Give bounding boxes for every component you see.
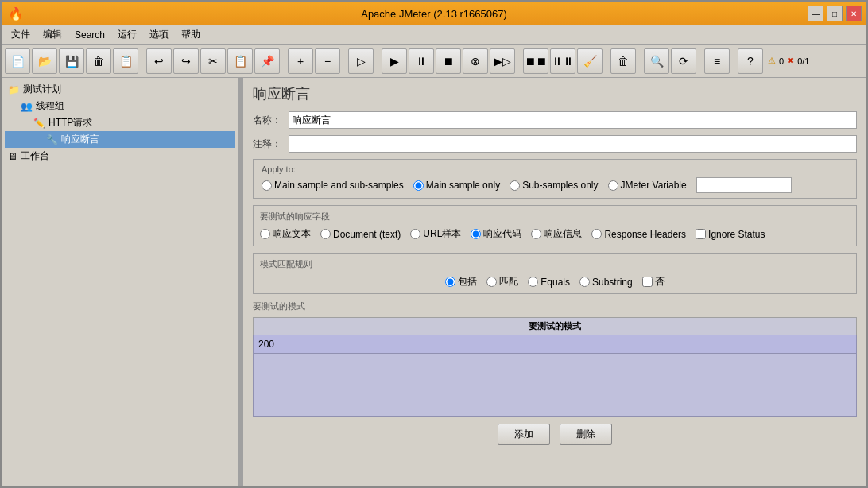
tree-icon: 🔧 bbox=[46, 134, 58, 145]
menu-item-帮助[interactable]: 帮助 bbox=[175, 26, 207, 43]
delete-button[interactable]: 🗑 bbox=[86, 48, 111, 74]
name-input[interactable] bbox=[289, 111, 857, 129]
start-no-pause-button[interactable]: ▷ bbox=[348, 48, 374, 74]
new-button[interactable]: 📄 bbox=[5, 48, 30, 74]
warn-icon: ⚠ bbox=[768, 56, 776, 66]
pattern-rules-label: 模式匹配规则 bbox=[260, 258, 850, 270]
apply-main-sub[interactable]: Main sample and sub-samples bbox=[262, 180, 404, 191]
tree-label: 测试计划 bbox=[23, 83, 61, 96]
menu-item-编辑[interactable]: 编辑 bbox=[37, 26, 68, 43]
clear-button[interactable]: 🧹 bbox=[577, 48, 603, 74]
tree-label: HTTP请求 bbox=[48, 116, 92, 130]
apply-main-only[interactable]: Main sample only bbox=[413, 180, 500, 191]
error-count: 0/1 bbox=[797, 56, 809, 66]
patterns-label: 要测试的模式 bbox=[253, 300, 857, 312]
menu-item-运行[interactable]: 运行 bbox=[111, 26, 143, 43]
delete-button[interactable]: 删除 bbox=[560, 424, 612, 445]
apply-to-group: Main sample and sub-samples Main sample … bbox=[262, 177, 848, 193]
tree-item-2[interactable]: ✏️HTTP请求 bbox=[5, 114, 235, 131]
paste-button[interactable]: 📌 bbox=[254, 48, 280, 74]
field-resp-text[interactable]: 响应文本 bbox=[260, 227, 311, 241]
add-button[interactable]: + bbox=[288, 48, 313, 74]
tree-label: 线程组 bbox=[36, 99, 64, 113]
copy-button[interactable]: 📋 bbox=[227, 48, 253, 74]
help-button[interactable]: ? bbox=[738, 48, 763, 74]
warning-count: 0 bbox=[779, 56, 784, 66]
tree-icon: ✏️ bbox=[33, 118, 45, 129]
toolbar-separator bbox=[637, 48, 642, 74]
restore-button[interactable]: □ bbox=[827, 6, 843, 21]
response-field-section: 要测试的响应字段 响应文本 Document (text) URL样本 响应代码 bbox=[253, 205, 857, 246]
cut-button[interactable]: ✂ bbox=[200, 48, 226, 74]
field-url-sample[interactable]: URL样本 bbox=[410, 227, 461, 241]
toolbar: 📄📂💾🗑📋↩↪✂📋📌+−▷▶⏸⏹⊗▶▷⏹⏹⏸⏸🧹🗑🔍⟳≡?⚠0✖0/1 bbox=[2, 45, 866, 78]
patterns-table-header: 要测试的模式 bbox=[254, 318, 857, 335]
stop-button[interactable]: ⏹ bbox=[436, 48, 461, 74]
export-button[interactable]: 📋 bbox=[113, 48, 138, 74]
tree-label: 响应断言 bbox=[61, 133, 99, 146]
start-remote-button[interactable]: ▶▷ bbox=[490, 48, 515, 74]
remove-button[interactable]: − bbox=[315, 48, 340, 74]
jmeter-variable-input[interactable] bbox=[696, 177, 792, 193]
table-row[interactable]: 200 bbox=[254, 335, 857, 354]
undo-button[interactable]: ↩ bbox=[146, 48, 172, 74]
apply-to-section: Apply to: Main sample and sub-samples Ma… bbox=[253, 159, 857, 199]
name-label: 名称： bbox=[253, 114, 289, 127]
minimize-button[interactable]: — bbox=[808, 6, 823, 21]
comment-input[interactable] bbox=[289, 135, 857, 153]
clear-all-button[interactable]: 🗑 bbox=[610, 48, 636, 74]
window-title: Apache JMeter (2.13 r1665067) bbox=[2, 8, 866, 20]
rule-negate[interactable]: 否 bbox=[642, 275, 665, 289]
toolbar-separator bbox=[517, 48, 521, 74]
apply-sub-only[interactable]: Sub-samples only bbox=[510, 180, 598, 191]
comment-row: 注释： bbox=[253, 135, 857, 153]
toolbar-separator bbox=[342, 48, 347, 74]
pattern-rules-section: 模式匹配规则 包括 匹配 Equals bbox=[253, 253, 857, 294]
panel-title: 响应断言 bbox=[253, 84, 857, 103]
pattern-buttons: 添加 删除 bbox=[253, 424, 857, 445]
collapse-button[interactable]: ≡ bbox=[704, 48, 730, 74]
rule-equals[interactable]: Equals bbox=[528, 277, 570, 288]
rule-substring[interactable]: Substring bbox=[579, 277, 633, 288]
menu-item-Search[interactable]: Search bbox=[68, 28, 111, 42]
redo-button[interactable]: ↪ bbox=[173, 48, 199, 74]
shutdown-button[interactable]: ⊗ bbox=[463, 48, 488, 74]
field-resp-info[interactable]: 响应信息 bbox=[531, 227, 582, 241]
add-button[interactable]: 添加 bbox=[498, 424, 550, 445]
patterns-table: 要测试的模式 200 bbox=[253, 317, 857, 417]
menu-item-文件[interactable]: 文件 bbox=[5, 26, 37, 43]
window-controls: — □ ✕ bbox=[808, 6, 862, 21]
name-row: 名称： bbox=[253, 111, 857, 129]
menu-item-选项[interactable]: 选项 bbox=[143, 26, 175, 43]
field-resp-code[interactable]: 响应代码 bbox=[471, 227, 521, 241]
comment-label: 注释： bbox=[253, 137, 289, 151]
pause-button[interactable]: ⏸ bbox=[409, 48, 434, 74]
tree-item-1[interactable]: 👥线程组 bbox=[5, 98, 235, 114]
rule-contains[interactable]: 包括 bbox=[445, 275, 477, 289]
app-logo: 🔥 bbox=[8, 6, 24, 21]
field-doc-text[interactable]: Document (text) bbox=[320, 229, 401, 240]
ignore-status[interactable]: Ignore Status bbox=[696, 229, 765, 240]
err-icon: ✖ bbox=[787, 56, 794, 66]
rule-matches[interactable]: 匹配 bbox=[486, 275, 518, 289]
right-panel: 响应断言 名称： 注释： Apply to: Main sample and s… bbox=[243, 78, 866, 488]
reset-button[interactable]: ⟳ bbox=[671, 48, 696, 74]
save-button[interactable]: 💾 bbox=[59, 48, 84, 74]
titlebar: 🔥 Apache JMeter (2.13 r1665067) — □ ✕ bbox=[2, 2, 866, 25]
tree-label: 工作台 bbox=[21, 149, 49, 163]
table-row-empty bbox=[254, 354, 857, 417]
close-button[interactable]: ✕ bbox=[846, 6, 862, 21]
tree-item-0[interactable]: 📁测试计划 bbox=[5, 81, 235, 98]
menubar: 文件编辑Search运行选项帮助 bbox=[2, 25, 866, 45]
stop-remote-button[interactable]: ⏹⏹ bbox=[523, 48, 548, 74]
tree-item-3[interactable]: 🔧响应断言 bbox=[5, 131, 235, 148]
tree-icon: 🖥 bbox=[8, 151, 17, 162]
pattern-value[interactable]: 200 bbox=[254, 335, 857, 354]
tree-item-4[interactable]: 🖥工作台 bbox=[5, 148, 235, 165]
open-button[interactable]: 📂 bbox=[32, 48, 57, 74]
pause-remote-button[interactable]: ⏸⏸ bbox=[550, 48, 575, 74]
field-resp-headers[interactable]: Response Headers bbox=[591, 229, 686, 240]
start-button[interactable]: ▶ bbox=[382, 48, 407, 74]
apply-jmeter-var[interactable]: JMeter Variable bbox=[608, 180, 687, 191]
search-button[interactable]: 🔍 bbox=[644, 48, 669, 74]
